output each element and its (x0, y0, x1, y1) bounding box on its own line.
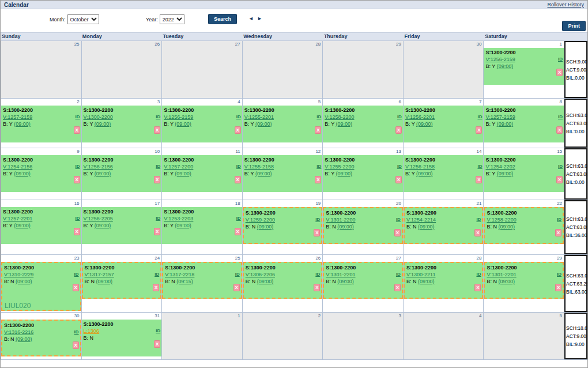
event-hours-link[interactable]: (09:00) (497, 121, 514, 127)
event-block[interactable]: S:1300-2200V:1316-2216B: N (09:00)IDX (1, 320, 81, 356)
event-id-link[interactable]: ID (154, 271, 159, 278)
event-id-link[interactable]: ID (76, 114, 80, 121)
event-visit-link[interactable]: V:1255-2158 (244, 164, 274, 170)
event-delete-button[interactable]: X (395, 176, 402, 183)
event-delete-button[interactable]: X (235, 176, 241, 183)
event-visit-link[interactable]: V:1256-2158 (405, 164, 435, 170)
event-visit-link[interactable]: V:1256-2201 (405, 114, 435, 120)
event-block[interactable]: S:1300-2200V:1317-2157B: N (09:00)IDX (82, 262, 162, 299)
print-button[interactable]: Print (562, 21, 586, 31)
event-hours-link[interactable]: (09:00) (257, 224, 274, 230)
event-block[interactable]: S:1300-2200V:1256-2201B: Y (09:00)IDX (404, 106, 484, 142)
event-hours-link[interactable]: (09:00) (336, 171, 353, 177)
event-delete-button[interactable]: X (394, 229, 401, 236)
event-visit-link[interactable]: V:1257-2159 (485, 114, 515, 120)
event-hours-link[interactable]: (09:00) (255, 121, 272, 127)
event-block[interactable]: S:1300-2200V:1255-2200B: Y (09:00)IDX (323, 155, 403, 192)
event-id-link[interactable]: ID (236, 215, 241, 222)
event-block[interactable]: S:1300-2200V:1301-2201B: N (09:00)IDX (323, 262, 403, 299)
event-delete-button[interactable]: X (74, 176, 80, 183)
event-visit-link[interactable]: V:1256-2159 (164, 114, 193, 120)
event-id-link[interactable]: ID (558, 163, 563, 170)
event-block[interactable]: S:1300-2200V:1310-2229B: N (09:00)IDXLIU… (1, 262, 81, 311)
event-delete-button[interactable]: X (476, 126, 482, 134)
search-button[interactable]: Search (208, 14, 237, 24)
event-delete-button[interactable]: X (555, 229, 561, 236)
next-month-icon[interactable]: ► (257, 16, 262, 21)
event-block[interactable]: S:1300-2200V:1256-2205B: Y (09:00)IDX (82, 207, 162, 244)
event-block[interactable]: S:1300-2200V:1256-2159B: Y (09:00)IDX (484, 48, 564, 85)
event-block[interactable]: S:1300-2200V:1301-2200B: N (09:00)IDX (323, 207, 403, 244)
event-hours-link[interactable]: (09:00) (14, 223, 31, 228)
event-id-link[interactable]: ID (156, 114, 160, 121)
event-id-link[interactable]: ID (76, 163, 80, 170)
event-visit-link[interactable]: V:1256-2205 (84, 216, 113, 221)
event-hours-link[interactable]: (09:00) (14, 171, 31, 177)
event-visit-link[interactable]: V:1255-2201 (244, 114, 274, 120)
event-id-link[interactable]: ID (76, 215, 80, 222)
event-block[interactable]: S:1300-2200V:1257-2159B: Y (09:00)IDX (1, 106, 81, 142)
event-visit-link[interactable]: V:1258-2200 (487, 217, 516, 223)
event-block[interactable]: S:1300-2200V:1254-2214B: N (09:00)IDX (404, 207, 484, 244)
event-delete-button[interactable]: X (235, 126, 241, 134)
event-id-link[interactable]: ID (156, 215, 160, 222)
event-visit-link[interactable]: V:1256-2156 (84, 164, 113, 170)
event-block[interactable]: S:1300-2200V:1254-2156B: Y (09:00)IDX (1, 155, 81, 192)
event-hours-link[interactable]: (09:00) (95, 121, 111, 127)
event-id-link[interactable]: ID (156, 163, 160, 170)
event-visit-link[interactable]: V:1253-2203 (164, 216, 193, 221)
event-delete-button[interactable]: X (476, 176, 482, 183)
event-delete-button[interactable]: X (394, 284, 401, 291)
event-id-link[interactable]: ID (476, 216, 481, 223)
event-visit-link[interactable]: V:1257-2159 (3, 114, 32, 120)
event-delete-button[interactable]: X (235, 228, 241, 235)
event-id-link[interactable]: ID (558, 56, 563, 63)
event-hours-link[interactable]: (09:00) (416, 121, 433, 127)
event-delete-button[interactable]: X (73, 341, 79, 349)
event-id-link[interactable]: ID (235, 271, 240, 278)
event-visit-link[interactable]: V:1257-2201 (3, 216, 32, 221)
event-hours-link[interactable]: (09:00) (416, 171, 433, 177)
event-id-link[interactable]: ID (477, 163, 482, 170)
event-visit-link[interactable]: V:1310-2229 (4, 272, 33, 277)
event-block[interactable]: S:1300-2200V:1306-2206B: N (09:00)IDX (243, 262, 323, 299)
event-id-link[interactable]: ID (315, 216, 320, 223)
event-block[interactable]: S:1300-2200V:1317-2218B: N (09:15)IDX (162, 262, 242, 299)
event-visit-link[interactable]: V:1301-2201 (487, 272, 516, 277)
event-visit-link[interactable]: V:1257-2200 (164, 164, 193, 170)
event-delete-button[interactable]: X (153, 284, 159, 291)
event-hours-link[interactable]: (09:00) (175, 171, 191, 177)
event-block[interactable]: S:1300-2200V:1255-2158B: Y (09:00)IDX (243, 155, 323, 192)
event-hours-link[interactable]: (09:00) (336, 121, 353, 127)
event-block[interactable]: S:1300-2200V:1259-2200B: N (09:00)IDX (243, 207, 323, 244)
event-visit-link[interactable]: V:1301-2200 (326, 217, 355, 223)
event-delete-button[interactable]: X (154, 176, 160, 183)
event-delete-button[interactable]: X (154, 340, 160, 348)
event-block[interactable]: S:1300-2200V:1301-2201B: N (09:00)IDX (484, 262, 564, 299)
event-visit-link[interactable]: V:1255-2200 (325, 164, 354, 170)
event-delete-button[interactable]: X (315, 126, 321, 134)
event-delete-button[interactable]: X (395, 126, 402, 134)
event-hours-link[interactable]: (09:00) (14, 121, 31, 127)
event-id-link[interactable]: ID (397, 114, 402, 121)
event-id-link[interactable]: ID (397, 163, 402, 170)
event-visit-link[interactable]: V:1259-2200 (246, 217, 275, 223)
event-hours-link[interactable]: (09:00) (175, 121, 191, 127)
event-visit-link[interactable]: L:1306 (84, 328, 100, 334)
event-id-link[interactable]: ID (396, 216, 401, 223)
event-delete-button[interactable]: X (315, 176, 321, 183)
event-visit-link[interactable]: V:1254-2202 (485, 164, 515, 170)
event-block[interactable]: S:1300-2200L:1306B: N IDX (82, 320, 162, 356)
event-visit-link[interactable]: V:1317-2157 (85, 272, 114, 277)
event-id-link[interactable]: ID (477, 114, 482, 121)
prev-month-icon[interactable]: ◄ (248, 16, 254, 21)
event-block[interactable]: S:1300-2200V:1255-2201B: Y (09:00)IDX (243, 106, 323, 142)
event-id-link[interactable]: ID (316, 163, 321, 170)
event-id-link[interactable]: ID (156, 328, 160, 335)
event-id-link[interactable]: ID (236, 114, 241, 121)
event-id-link[interactable]: ID (316, 114, 321, 121)
event-id-link[interactable]: ID (476, 271, 481, 278)
event-hours-link[interactable]: (09:00) (418, 224, 435, 230)
event-block[interactable]: S:1300-2200V:1257-2201B: Y (09:00)IDX (1, 207, 81, 244)
event-hours-link[interactable]: (09:00) (497, 171, 514, 177)
